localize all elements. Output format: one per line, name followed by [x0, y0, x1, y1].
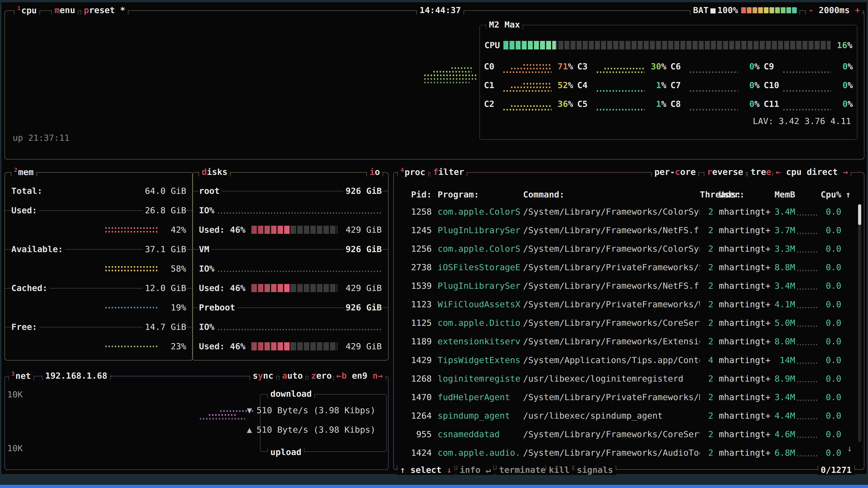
process-row[interactable]: 1245PlugInLibrarySer/System/Library/Fram…: [402, 225, 851, 236]
tree-toggle[interactable]: tree: [747, 167, 774, 177]
mem-meter-row: 23%: [11, 341, 186, 352]
process-row[interactable]: 1268loginitemregiste/usr/libexec/loginit…: [402, 373, 851, 384]
core-label: C9: [764, 61, 783, 71]
mem-meter-row: 58%: [11, 263, 186, 274]
core-row-c1: C152%: [484, 76, 573, 94]
upload-rate: 510 Byte/s (3.98 Kibps): [256, 425, 375, 435]
core-label: C2: [484, 99, 503, 109]
cpu-history-graph: [424, 67, 478, 106]
used-label: Used: 46%: [199, 341, 246, 351]
process-row[interactable]: 1424com.apple.audio./System/Library/Fram…: [402, 447, 851, 458]
mem-percent: 23%: [164, 341, 186, 351]
tab-cpu[interactable]: 1cpu: [14, 5, 40, 15]
core-row-c4: C41%: [577, 76, 666, 94]
col-command[interactable]: Command:: [523, 190, 700, 199]
core-graph: [783, 97, 831, 110]
kill-button[interactable]: kill: [546, 465, 573, 475]
used-label: Used: 46%: [199, 225, 246, 235]
reverse-toggle[interactable]: reverse: [704, 167, 746, 177]
core-label: C1: [484, 80, 503, 90]
download-rate-row: ▼ 510 Byte/s (3.98 Kibps): [247, 405, 375, 415]
info-button[interactable]: info ↵: [457, 465, 494, 475]
io-mode-button[interactable]: io: [366, 167, 383, 177]
proc-scrollbar[interactable]: [858, 204, 861, 442]
core-graph: [597, 78, 645, 92]
preset-button[interactable]: preset *: [81, 5, 128, 15]
used-meter: [251, 226, 338, 234]
tab-disks[interactable]: disks: [198, 167, 230, 177]
core-label: C0: [484, 61, 503, 71]
sync-toggle[interactable]: sync: [250, 371, 277, 381]
col-threads[interactable]: Threads:: [700, 190, 713, 199]
col-mem[interactable]: MemB: [773, 190, 795, 199]
battery-block: [752, 7, 757, 13]
tab-mem[interactable]: 2mem: [11, 167, 37, 177]
tab-proc[interactable]: 4proc: [397, 167, 429, 177]
col-pid[interactable]: Pid:: [402, 190, 432, 199]
process-row[interactable]: 1539PlugInLibrarySer/System/Library/Fram…: [402, 280, 851, 291]
select-control[interactable]: ↑ select ↓: [397, 465, 455, 475]
signals-button[interactable]: signals: [574, 465, 616, 475]
process-row[interactable]: 1189extensionkitserv/System/Library/Fram…: [402, 336, 851, 347]
sort-next-button[interactable]: →: [843, 167, 848, 177]
menu-button[interactable]: menu: [51, 5, 79, 15]
battery-block: [758, 7, 763, 13]
ip-address: 192.168.1.68: [42, 371, 111, 381]
process-row[interactable]: 1264spindump_agent/usr/libexec/spindump_…: [402, 410, 851, 421]
refresh-increase-button[interactable]: +: [855, 5, 860, 15]
process-row[interactable]: 1256com.apple.ColorS/System/Library/Fram…: [402, 243, 851, 254]
filter-button[interactable]: filter: [430, 167, 467, 177]
process-row[interactable]: 1258com.apple.ColorS/System/Library/Fram…: [402, 206, 851, 217]
sort-column-switcher[interactable]: ← cpu direct →: [773, 167, 851, 177]
cpu-core-panel: M2 Max CPU 16% C071%C152%C236%C330%C41%C…: [479, 25, 857, 140]
process-row[interactable]: 1123WiFiCloudAssetsX/System/Library/Priv…: [402, 299, 851, 310]
battery-meter: [741, 7, 797, 13]
zero-toggle[interactable]: zero: [308, 371, 335, 381]
net-scale-top: 10K: [7, 390, 23, 399]
next-interface-button[interactable]: n→: [373, 371, 383, 381]
memory-panel: 2mem Total:64.0 GiBUsed:26.8 GiB42%Avail…: [4, 172, 193, 361]
process-panel: 4proc filter per-core reverse tree ← cpu…: [393, 172, 864, 470]
selection-position: 0/1271: [817, 465, 855, 475]
core-percent: 0%: [738, 80, 760, 90]
per-core-toggle[interactable]: per-core: [651, 167, 699, 177]
more-below-icon: ↓: [847, 444, 852, 453]
prev-interface-button[interactable]: ←b: [336, 371, 347, 381]
core-row-c2: C236%: [484, 95, 573, 113]
sort-direction-icon[interactable]: ↑: [841, 190, 851, 199]
core-row-c3: C330%: [577, 57, 666, 76]
mem-meter: [105, 346, 157, 347]
proc-scrollbar-thumb[interactable]: [858, 204, 861, 225]
upload-arrow-icon: ▲: [247, 425, 252, 435]
process-row[interactable]: 955csnameddatad/System/Library/Framework…: [402, 429, 851, 440]
process-row[interactable]: 1125com.apple.Dictio/System/Library/Fram…: [402, 317, 851, 328]
mem-percent: 58%: [164, 264, 186, 273]
core-label: C10: [764, 80, 783, 90]
core-row-c11: C110%: [764, 95, 853, 113]
core-percent: 0%: [831, 80, 853, 90]
col-user[interactable]: User:: [719, 190, 773, 199]
core-row-c9: C90%: [764, 57, 853, 76]
core-label: C4: [577, 80, 597, 90]
core-label: C8: [671, 99, 690, 109]
mem-meter-row: 42%: [11, 224, 186, 235]
process-row[interactable]: 1429TipsWidgetExtens/System/Applications…: [402, 355, 851, 366]
interface-switcher[interactable]: ←b en9 n→: [333, 371, 386, 381]
core-percent: 1%: [645, 80, 666, 90]
process-row[interactable]: 2738iOSFilesStorageE/System/Library/Priv…: [402, 262, 851, 273]
col-program[interactable]: Program:: [438, 190, 522, 199]
disk-rows: root926 GiBIO%Used: 46%429 GiBVM926 GiBI…: [193, 185, 388, 352]
used-value: 429 GiB: [343, 225, 382, 235]
disk-name-row: VM926 GiB: [199, 243, 382, 255]
process-row[interactable]: 1470fudHelperAgent/System/Library/Privat…: [402, 392, 851, 403]
core-row-c0: C071%: [484, 57, 573, 76]
col-cpu[interactable]: Cpu%: [820, 190, 841, 199]
auto-toggle[interactable]: auto: [279, 371, 306, 381]
battery-icon: ■: [710, 5, 716, 15]
refresh-decrease-button[interactable]: -: [808, 5, 813, 15]
mem-row: Used:26.8 GiB: [11, 205, 186, 216]
terminate-button[interactable]: terminate: [496, 465, 549, 475]
sort-prev-button[interactable]: ←: [776, 167, 781, 177]
cpu-total-label: CPU: [485, 40, 503, 50]
tab-net[interactable]: 3net: [8, 370, 34, 381]
